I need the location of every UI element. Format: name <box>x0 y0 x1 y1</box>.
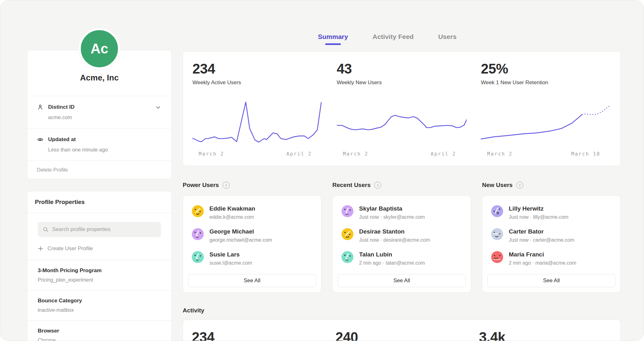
user-avatar <box>341 251 353 263</box>
user-list-item[interactable]: George Michael george.michael@acme.com <box>183 228 321 243</box>
property-row[interactable]: Bounce Category inactive-mailbox <box>27 290 171 320</box>
updated-at-row: Updated at Less than one minute ago <box>27 128 171 161</box>
plus-icon <box>38 246 43 251</box>
x-tick: March 2 <box>343 151 369 157</box>
person-icon <box>37 104 44 111</box>
user-name: Maria Franci <box>509 251 576 258</box>
activity-card: 234 240 3.4k <box>183 320 621 341</box>
distinct-id-value: acme.com <box>48 114 155 120</box>
user-sub: 2 min ago · maria@acme.com <box>509 260 576 266</box>
user-sub: Just now · carter@acme.com <box>509 237 574 243</box>
user-avatar <box>491 228 503 240</box>
delete-profile-link[interactable]: Delete Profile <box>37 167 68 173</box>
property-value: inactive-mailbox <box>38 307 161 313</box>
create-user-profile-button[interactable]: Create User Profile <box>38 245 161 252</box>
profile-sidebar: Ac Acme, Inc Distinct ID acme.com <box>27 28 172 341</box>
recent-users-card: Skylar Baptista Just now · skyler@acme.c… <box>332 195 471 293</box>
power-users-card: Eddie Kwakman eddie.k@acme.com George Mi… <box>183 195 321 293</box>
squiggle-face-icon <box>192 251 204 263</box>
user-name: Eddie Kwakman <box>209 205 255 212</box>
main-content: Summary Activity Feed Users 234 Weekly A… <box>183 33 621 341</box>
user-name: Desirae Stanton <box>359 228 430 235</box>
stat-label: Weekly New Users <box>337 80 467 86</box>
activity-section-title: Activity <box>183 307 621 314</box>
activity-stat-value: 3.4k <box>479 329 612 341</box>
stat-value: 25% <box>481 61 611 77</box>
user-name: Carter Bator <box>509 228 574 235</box>
stat-week1-retention: 25% Week 1 New User Retention March 2 Ma… <box>481 61 611 157</box>
sleepy-face-icon <box>491 228 503 240</box>
user-sub: george.michael@acme.com <box>209 237 272 243</box>
property-value: Pricing_plan_experiment <box>38 277 161 283</box>
x-tick: March 10 <box>571 151 600 157</box>
wink-face-icon <box>192 205 204 217</box>
squiggle-face-icon <box>341 205 353 217</box>
profile-properties-card: Profile Properties Create User Profile <box>27 191 172 341</box>
new-users-card: Lilly Herwitz Just now · lilly@acme.com … <box>482 195 621 293</box>
property-name: Bounce Category <box>38 298 161 304</box>
weekly-new-users-chart <box>337 100 467 147</box>
section-title: Power Users <box>183 182 219 189</box>
user-name: George Michael <box>209 228 272 235</box>
search-profile-properties-input[interactable] <box>38 222 161 237</box>
x-tick: March 2 <box>487 151 513 157</box>
stat-value: 234 <box>192 61 323 77</box>
stat-value: 43 <box>337 61 467 77</box>
wink-face-icon <box>341 228 353 240</box>
user-list-item[interactable]: Desirae Stanton Just now · desirare@acme… <box>333 228 471 243</box>
user-list-item[interactable]: Eddie Kwakman eddie.k@acme.com <box>183 205 321 220</box>
user-list-item[interactable]: Lilly Herwitz Just now · lilly@acme.com <box>482 205 620 220</box>
user-list-item[interactable]: Maria Franci 2 min ago · maria@acme.com <box>482 251 620 266</box>
chart-x-axis: March 2 April 2 <box>337 147 467 157</box>
create-user-profile-label: Create User Profile <box>47 245 93 252</box>
distinct-id-row[interactable]: Distinct ID acme.com <box>27 96 171 128</box>
section-title: New Users <box>482 182 513 189</box>
see-all-button[interactable]: See All <box>338 274 466 287</box>
updated-at-label: Updated at <box>48 136 155 143</box>
new-users-section: New Users i Lilly Herwitz Just now · lil… <box>482 182 621 293</box>
user-list-item[interactable]: Carter Bator Just now · carter@acme.com <box>482 228 620 243</box>
property-row[interactable]: 3-Month Pricing Program Pricing_plan_exp… <box>27 260 171 290</box>
info-icon[interactable]: i <box>516 182 523 189</box>
info-icon[interactable]: i <box>374 182 381 189</box>
profile-properties-title: Profile Properties <box>35 199 164 206</box>
chevron-down-icon[interactable] <box>155 104 161 111</box>
updated-at-value: Less than one minute ago <box>48 147 155 153</box>
user-avatar <box>192 228 204 240</box>
user-avatar <box>341 228 353 240</box>
company-avatar-initials: Ac <box>91 41 108 57</box>
tab-users[interactable]: Users <box>438 33 456 49</box>
see-all-button[interactable]: See All <box>487 274 615 287</box>
see-all-button[interactable]: See All <box>188 274 316 287</box>
user-sub: Just now · desirare@acme.com <box>359 237 430 243</box>
chart-x-axis: March 2 April 2 <box>192 147 323 157</box>
stat-weekly-new-users: 43 Weekly New Users March 2 April 2 <box>337 61 467 157</box>
user-sub: Just now · lilly@acme.com <box>509 214 569 220</box>
user-name: Susie Lars <box>209 251 252 258</box>
stat-weekly-active-users: 234 Weekly Active Users March 2 April 2 <box>192 61 323 157</box>
stat-label: Weekly Active Users <box>192 80 323 86</box>
tab-activity-feed[interactable]: Activity Feed <box>373 33 414 49</box>
user-list-item[interactable]: Talan Lubin 2 min ago · talan@acme.com <box>333 251 471 266</box>
power-users-section: Power Users i Eddie Kwakman eddie.k@acme… <box>183 182 321 293</box>
user-sub: 2 min ago · talan@acme.com <box>359 260 425 266</box>
user-list-item[interactable]: Skylar Baptista Just now · skyler@acme.c… <box>333 205 471 220</box>
eye-icon <box>37 136 44 143</box>
squiggle-face-icon <box>341 251 353 263</box>
profile-page: Ac Acme, Inc Distinct ID acme.com <box>0 0 644 341</box>
tab-summary[interactable]: Summary <box>318 33 348 49</box>
user-sub: susie.l@acme.com <box>209 260 252 266</box>
property-row[interactable]: Browser Chrome <box>27 320 171 341</box>
user-avatar <box>192 205 204 217</box>
tab-bar: Summary Activity Feed Users <box>318 33 621 49</box>
user-avatar <box>491 251 503 263</box>
company-name: Acme, Inc <box>37 73 161 83</box>
squiggle-face-icon <box>192 228 204 240</box>
x-tick: March 2 <box>199 151 224 157</box>
info-icon[interactable]: i <box>223 182 230 189</box>
user-list-item[interactable]: Susie Lars susie.l@acme.com <box>183 251 321 266</box>
property-name: 3-Month Pricing Program <box>38 267 161 274</box>
user-name: Skylar Baptista <box>359 205 425 212</box>
distinct-id-label: Distinct ID <box>48 104 155 110</box>
user-name: Lilly Herwitz <box>509 205 569 212</box>
